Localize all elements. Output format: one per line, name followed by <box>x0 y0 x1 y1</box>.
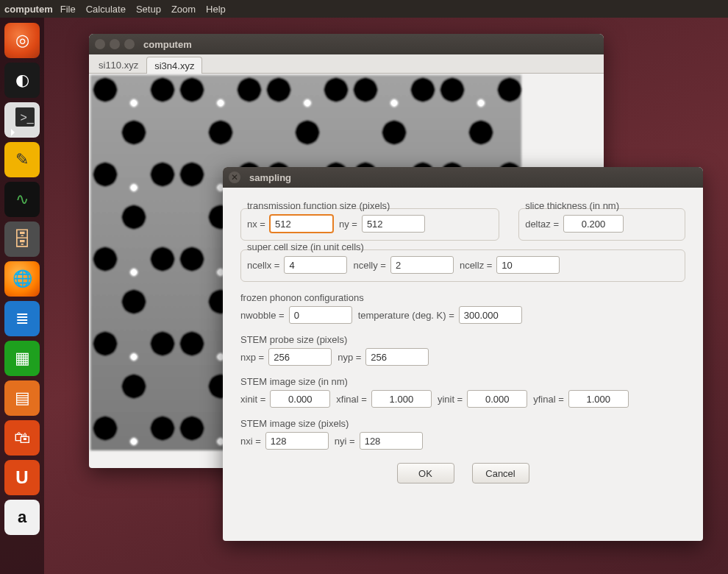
sphere-icon: ◐ <box>15 71 29 90</box>
sampling-dialog: ✕ sampling transmission function size (p… <box>223 167 703 541</box>
ny-input[interactable] <box>362 215 425 233</box>
menu-file[interactable]: File <box>60 4 76 15</box>
unity-launcher: ◎ ◐ >_ ✎ ∿ 🗄 🌐 ≣ ▦ ▤ 🛍 U a <box>0 18 44 574</box>
close-icon[interactable] <box>95 39 105 49</box>
amazon-icon: a <box>18 508 26 527</box>
nwobble-label: nwobble = <box>240 310 285 321</box>
image-px-legend: STEM image size (pixels) <box>240 418 685 429</box>
maximize-icon[interactable] <box>124 39 135 49</box>
cancel-button[interactable]: Cancel <box>472 463 529 483</box>
tab-si110[interactable]: si110.xyz <box>90 56 146 73</box>
launcher-amazon[interactable]: a <box>4 500 40 535</box>
yfinal-input[interactable] <box>568 390 629 408</box>
launcher-software[interactable]: 🛍 <box>4 420 40 456</box>
launcher-monitor[interactable]: ∿ <box>4 182 40 217</box>
yfinal-label: yfinal = <box>533 394 564 405</box>
group-image-nm: STEM image size (in nm) xinit = xfinal =… <box>240 376 685 408</box>
launcher-calc[interactable]: ▦ <box>4 341 40 376</box>
ncellx-label: ncellx = <box>247 260 279 271</box>
sampling-titlebar[interactable]: ✕ sampling <box>223 167 703 188</box>
group-transmission: transmission function size (pixels) nx =… <box>240 208 499 241</box>
yinit-input[interactable] <box>467 390 527 408</box>
impress-icon: ▤ <box>15 389 30 408</box>
calc-icon: ▦ <box>15 349 30 368</box>
launcher-viewer[interactable]: ◐ <box>4 63 40 98</box>
group-supercell: super cell size (in unit cells) ncellx =… <box>240 249 685 282</box>
ncelly-label: ncelly = <box>353 260 385 271</box>
temperature-label: temperature (deg. K) = <box>358 310 454 321</box>
running-indicator-icon <box>11 129 15 136</box>
ny-label: ny = <box>339 219 357 230</box>
xfinal-input[interactable] <box>371 390 432 408</box>
file-tabs: si110.xyz si3n4.xyz <box>89 54 604 74</box>
minimize-icon[interactable] <box>110 39 120 49</box>
u-icon: U <box>15 467 28 488</box>
group-probe: STEM probe size (pixels) nxp = nyp = <box>240 334 685 366</box>
launcher-firefox[interactable]: 🌐 <box>4 261 40 297</box>
dialog-title: sampling <box>249 172 291 183</box>
xfinal-label: xfinal = <box>336 394 367 405</box>
menu-help[interactable]: Help <box>206 4 226 15</box>
launcher-dash[interactable]: ◎ <box>4 23 40 58</box>
writer-icon: ≣ <box>15 309 29 328</box>
dialog-close-icon[interactable]: ✕ <box>229 171 240 183</box>
ncellz-input[interactable] <box>496 256 560 274</box>
nxi-label: nxi = <box>240 436 261 447</box>
probe-legend: STEM probe size (pixels) <box>240 334 685 345</box>
temperature-input[interactable] <box>459 306 522 324</box>
group-slice: slice thickness (in nm) deltaz = <box>518 208 685 241</box>
nwobble-input[interactable] <box>289 306 352 324</box>
launcher-files[interactable]: 🗄 <box>4 222 40 257</box>
terminal-icon: >_ <box>20 111 33 124</box>
firefox-icon: 🌐 <box>13 269 32 288</box>
app-name: computem <box>4 4 53 15</box>
menubar: computem File Calculate Setup Zoom Help <box>0 0 728 18</box>
xinit-label: xinit = <box>240 394 265 405</box>
ok-button[interactable]: OK <box>397 463 454 483</box>
menu-setup[interactable]: Setup <box>136 4 161 15</box>
phonon-legend: frozen phonon configurations <box>240 292 685 303</box>
ncelly-input[interactable] <box>390 256 454 274</box>
launcher-terminal[interactable]: >_ <box>4 102 40 138</box>
xinit-input[interactable] <box>270 390 330 408</box>
window-title: computem <box>143 39 192 50</box>
nxp-label: nxp = <box>240 352 264 363</box>
draw-icon: ✎ <box>15 150 29 169</box>
deltaz-label: deltaz = <box>525 219 559 230</box>
group-phonon: frozen phonon configurations nwobble = t… <box>240 292 685 324</box>
launcher-draw[interactable]: ✎ <box>4 142 40 177</box>
nx-input[interactable] <box>270 215 333 233</box>
files-icon: 🗄 <box>13 228 32 251</box>
supercell-legend: super cell size (in unit cells) <box>247 241 364 252</box>
ncellx-input[interactable] <box>284 256 347 274</box>
ncellz-label: ncellz = <box>460 260 492 271</box>
deltaz-input[interactable] <box>563 215 624 233</box>
menu-zoom[interactable]: Zoom <box>171 4 196 15</box>
launcher-impress[interactable]: ▤ <box>4 380 40 416</box>
transmission-legend: transmission function size (pixels) <box>247 200 390 211</box>
nyp-label: nyp = <box>338 352 361 363</box>
nyp-input[interactable] <box>365 348 429 366</box>
tab-si3n4[interactable]: si3n4.xyz <box>146 57 202 74</box>
launcher-writer[interactable]: ≣ <box>4 301 40 336</box>
nyi-input[interactable] <box>360 432 423 450</box>
menu-calculate[interactable]: Calculate <box>86 4 126 15</box>
group-image-px: STEM image size (pixels) nxi = nyi = <box>240 418 685 450</box>
nyi-label: nyi = <box>335 436 355 447</box>
launcher-ubuntu-one[interactable]: U <box>4 460 40 495</box>
slice-legend: slice thickness (in nm) <box>525 200 619 211</box>
ubuntu-icon: ◎ <box>15 31 29 50</box>
monitor-icon: ∿ <box>15 190 29 209</box>
nx-label: nx = <box>247 219 265 230</box>
image-nm-legend: STEM image size (in nm) <box>240 376 685 387</box>
yinit-label: yinit = <box>438 394 463 405</box>
bag-icon: 🛍 <box>14 428 30 447</box>
nxp-input[interactable] <box>268 348 332 366</box>
nxi-input[interactable] <box>265 432 329 450</box>
computem-titlebar[interactable]: computem <box>89 34 604 54</box>
